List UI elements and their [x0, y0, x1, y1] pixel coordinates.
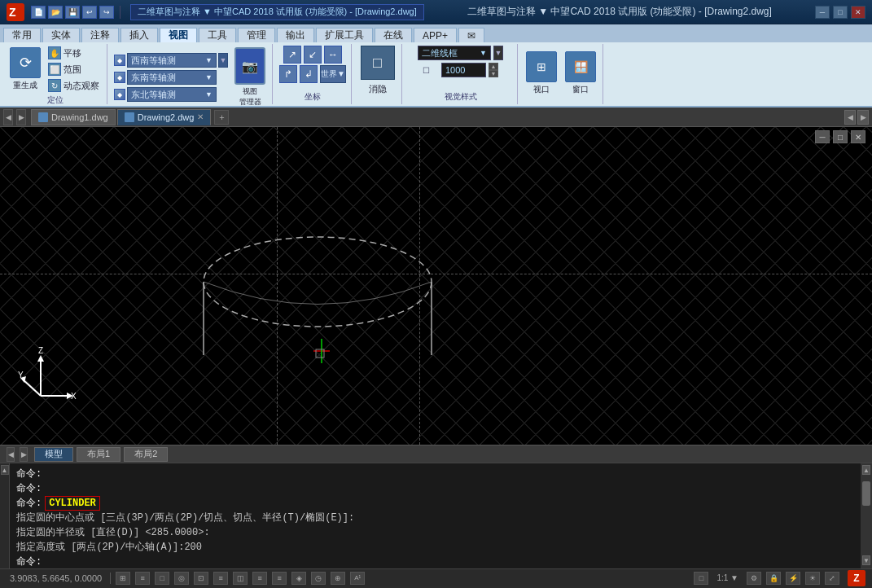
ortho-toggle[interactable]: □ [155, 572, 169, 585]
sw-dropdown-arrow[interactable]: ▼ [218, 53, 228, 68]
tab-output[interactable]: 输出 [277, 28, 314, 42]
model-tab[interactable]: 模型 [34, 447, 73, 462]
cmd-line-radius: 指定圆的半径或 [直径(D)] <285.0000>: [16, 525, 854, 540]
quick-access-save[interactable]: 💾 [65, 6, 80, 19]
tab-app[interactable]: APP+ [414, 28, 457, 42]
canvas-close-btn[interactable]: ✕ [851, 130, 865, 143]
close-button[interactable]: ✕ [851, 6, 865, 19]
scroll-right-btn[interactable]: ▶ [20, 447, 28, 462]
view-manager-button[interactable]: 📷 视图管理器 [233, 46, 267, 109]
annotation-scale[interactable]: 1:1 ▼ [713, 573, 742, 582]
tab-scroll-right[interactable]: ▶ [857, 110, 869, 125]
ne-isometric-dropdown[interactable]: 东北等轴测▼ [127, 87, 217, 102]
hardware-accel[interactable]: ⚡ [786, 572, 800, 585]
workspace-switch[interactable]: ⚙ [747, 572, 761, 585]
model-space-icon[interactable]: □ [694, 572, 708, 585]
coord-btn-3[interactable]: ↔ [324, 46, 342, 64]
extents-button[interactable]: ⬜ 范围 [46, 62, 102, 77]
doc-tab-drawing2[interactable]: Drawing2.dwg ✕ [117, 109, 212, 125]
tab-manage[interactable]: 管理 [238, 28, 275, 42]
hide-button[interactable]: □ [361, 46, 395, 80]
cmd-scroll-up[interactable]: ▲ [1, 465, 9, 475]
tab-view[interactable]: 视图 [160, 28, 197, 42]
isolation-input[interactable] [441, 63, 486, 77]
tab-extend[interactable]: 扩展工具 [316, 28, 373, 42]
window-button[interactable]: 🪟 窗口 [563, 50, 598, 97]
coord-btn-2[interactable]: ↙ [304, 46, 322, 64]
isolate-objects[interactable]: ☀ [805, 572, 820, 585]
viewport-button[interactable]: ⊞ 视口 [524, 50, 559, 97]
lw-toggle[interactable]: ≡ [272, 572, 287, 585]
polar-toggle[interactable]: ◎ [174, 572, 189, 585]
tab-online[interactable]: 在线 [375, 28, 412, 42]
cmd-left-margin: ▲ [0, 463, 10, 568]
snap-toggle[interactable]: ≡ [135, 572, 150, 585]
visual-style-dropdown[interactable]: 二维线框 ▼ [418, 46, 491, 60]
doc-tab-icon-drawing1 [38, 112, 48, 122]
tab-solid[interactable]: 实体 [42, 28, 80, 42]
pan-button[interactable]: ✋ 平移 [46, 46, 102, 60]
toolbar-lock[interactable]: 🔒 [766, 572, 781, 585]
iso-down-btn[interactable]: ▼ [489, 70, 498, 77]
cmd-line-height: 指定高度或 [两点(2P)/中心轴(A)]:200 [16, 540, 854, 555]
osnap-toggle[interactable]: ⊡ [194, 572, 208, 585]
se-isometric-dropdown[interactable]: 东南等轴测▼ [127, 70, 217, 85]
coord-btn-1[interactable]: ↗ [283, 46, 301, 64]
sw-isometric-dropdown[interactable]: 西南等轴测▼ [127, 53, 217, 68]
cmd-scrollbar-down[interactable]: ▼ [862, 555, 870, 565]
ribbon-group-coordinate: ↗ ↙ ↔ ↱ ↲ 世界▼ 坐标 [274, 44, 352, 104]
layout2-tab[interactable]: 布局2 [124, 447, 168, 462]
coord-btn-5[interactable]: ↲ [300, 65, 318, 83]
scroll-left-btn[interactable]: ◀ [7, 447, 15, 462]
world-dropdown[interactable]: 世界▼ [320, 65, 346, 83]
tab-insert[interactable]: 插入 [121, 28, 158, 42]
model-layout-tabs: ◀ ▶ 模型 布局1 布局2 [0, 445, 872, 463]
coord-btn-4[interactable]: ↱ [279, 65, 297, 83]
quick-access-new[interactable]: 📄 [31, 6, 46, 19]
canvas-restore-btn[interactable]: ─ [815, 130, 830, 143]
visual-style-arrow[interactable]: ▼ [493, 46, 503, 60]
layout1-tab[interactable]: 布局1 [77, 447, 121, 462]
ribbon-tabs: 常用 实体 注释 插入 视图 工具 管理 输出 扩展工具 在线 APP+ ✉ [0, 24, 872, 42]
dyn-toggle[interactable]: ≡ [252, 572, 267, 585]
sel-cycling[interactable]: ⊕ [331, 572, 345, 585]
tab-nav-arrows: ◀ ▶ [844, 110, 872, 125]
tab-mail[interactable]: ✉ [458, 28, 484, 42]
annotation-toggle[interactable]: A¹ [350, 572, 365, 585]
svg-text:Y: Y [18, 371, 24, 380]
command-scrollbar[interactable]: ▲ ▼ [861, 463, 872, 568]
canvas-maximize-btn[interactable]: □ [833, 130, 848, 143]
doc-tab-drawing1[interactable]: Drawing1.dwg [31, 109, 116, 125]
doc-tab-right-arrow[interactable]: ▶ [16, 109, 26, 125]
window-controls: ─ □ ✕ [815, 6, 865, 19]
quick-access-undo[interactable]: ↩ [82, 6, 97, 19]
canvas-area[interactable]: ─ □ ✕ Z Y X [0, 127, 872, 445]
iso-up-btn[interactable]: ▲ [489, 63, 498, 70]
workspace-dropdown[interactable]: 二维草图与注释 ▼ 中望CAD 2018 试用版 (功能受限) - [Drawi… [130, 4, 424, 20]
ribbon-content: ⟳ 重生成 ✋ 平移 ⬜ 范围 ↻ 动态观察 [0, 42, 872, 106]
regenerate-button[interactable]: ⟳ 重生成 [8, 46, 42, 93]
minimize-button[interactable]: ─ [815, 6, 830, 19]
grid-toggle[interactable]: ⊞ [116, 572, 130, 585]
restore-button[interactable]: □ [833, 6, 848, 19]
tab-tools[interactable]: 工具 [199, 28, 236, 42]
quick-access-open[interactable]: 📂 [48, 6, 63, 19]
close-drawing2-button[interactable]: ✕ [197, 112, 204, 121]
view-group-content: ◆ 西南等轴测▼ ▼ ◆ 东南等轴测▼ ◆ [114, 46, 267, 109]
transparency-toggle[interactable]: ◈ [291, 572, 306, 585]
new-tab-button[interactable]: + [214, 110, 229, 125]
tab-annotate[interactable]: 注释 [81, 28, 119, 42]
otrack-toggle[interactable]: ≡ [213, 572, 228, 585]
tab-common[interactable]: 常用 [3, 28, 41, 42]
cmd-scrollbar-up[interactable]: ▲ [862, 465, 870, 475]
orbit-button[interactable]: ↻ 动态观察 [46, 78, 102, 93]
cmd-line-1: 命令: [16, 467, 854, 481]
locate-group-label: 定位 [47, 94, 64, 106]
quick-access-redo[interactable]: ↪ [99, 6, 114, 19]
tab-scroll-left[interactable]: ◀ [844, 110, 856, 125]
doc-tab-left-arrow[interactable]: ◀ [3, 109, 13, 125]
fullscreen-btn[interactable]: ⤢ [825, 572, 839, 585]
cmd-scrollbar-thumb[interactable] [862, 481, 870, 506]
ducs-toggle[interactable]: ◫ [233, 572, 248, 585]
qp-toggle[interactable]: ◷ [311, 572, 326, 585]
